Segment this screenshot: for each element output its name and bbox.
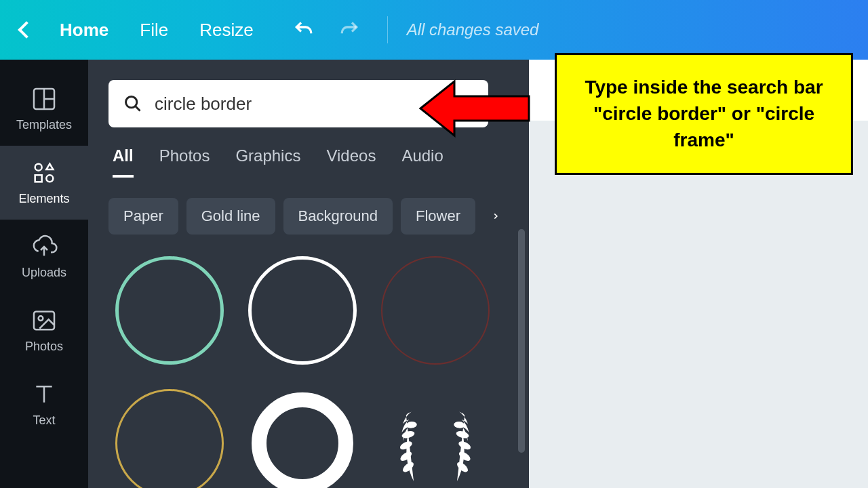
chip-paper[interactable]: Paper — [108, 198, 178, 235]
result-circle-gold[interactable] — [108, 382, 231, 488]
annotation-callout: Type inside the search bar "circle borde… — [555, 53, 853, 175]
top-navigation: Home File Resize All changes saved — [0, 0, 868, 60]
result-circle-thick-white[interactable] — [241, 382, 363, 488]
wreath-icon — [381, 389, 490, 488]
undo-icon[interactable] — [293, 19, 315, 41]
file-menu[interactable]: File — [127, 14, 180, 46]
sidebar-label: Elements — [18, 192, 69, 206]
uploads-icon — [31, 233, 58, 260]
svg-marker-20 — [420, 81, 529, 136]
svg-point-5 — [46, 175, 53, 182]
text-icon — [31, 381, 58, 408]
suggestion-chips: Paper Gold line Background Flower — [108, 198, 515, 235]
tab-all[interactable]: All — [113, 146, 134, 178]
results-grid — [108, 249, 515, 488]
chevron-right-icon — [491, 211, 500, 221]
home-link[interactable]: Home — [47, 14, 121, 46]
filter-tabs: All Photos Graphics Videos Audio — [108, 146, 515, 178]
sidebar: Templates Elements Uploads — [0, 60, 88, 488]
sidebar-item-text[interactable]: Text — [0, 367, 88, 441]
svg-point-8 — [126, 97, 137, 108]
chip-background[interactable]: Background — [283, 198, 393, 235]
tab-photos[interactable]: Photos — [159, 146, 210, 178]
svg-point-7 — [39, 316, 43, 321]
save-status: All changes saved — [407, 20, 539, 39]
resize-menu[interactable]: Resize — [187, 14, 265, 46]
result-circle-red[interactable] — [374, 249, 496, 371]
svg-point-3 — [35, 164, 42, 171]
callout-text: Type inside the search bar "circle borde… — [585, 77, 823, 150]
svg-point-12 — [399, 440, 413, 451]
chip-gold-line[interactable]: Gold line — [186, 198, 275, 235]
sidebar-label: Text — [33, 413, 55, 428]
tab-audio[interactable]: Audio — [401, 146, 443, 178]
tab-videos[interactable]: Videos — [326, 146, 376, 178]
back-chevron-icon[interactable] — [18, 21, 35, 38]
chips-scroll-right[interactable] — [484, 204, 508, 228]
sidebar-label: Templates — [16, 118, 72, 132]
redo-icon[interactable] — [338, 19, 360, 41]
panel-scrollbar[interactable] — [518, 229, 525, 453]
svg-rect-4 — [35, 175, 42, 182]
sidebar-item-photos[interactable]: Photos — [0, 293, 88, 367]
svg-line-9 — [136, 106, 140, 111]
svg-rect-6 — [34, 312, 54, 330]
sidebar-item-uploads[interactable]: Uploads — [0, 220, 88, 293]
search-icon — [123, 94, 142, 113]
sidebar-label: Uploads — [22, 266, 66, 280]
photos-icon — [31, 307, 58, 334]
result-laurel-wreath[interactable] — [374, 382, 496, 488]
sidebar-item-templates[interactable]: Templates — [0, 72, 88, 146]
sidebar-label: Photos — [25, 340, 63, 354]
sidebar-item-elements[interactable]: Elements — [0, 146, 88, 220]
divider — [387, 16, 388, 43]
templates-icon — [31, 85, 58, 113]
annotation-arrow-icon — [414, 75, 536, 142]
elements-icon — [31, 159, 58, 186]
svg-point-17 — [457, 440, 471, 451]
tab-graphics[interactable]: Graphics — [235, 146, 300, 178]
result-circle-white[interactable] — [241, 249, 363, 371]
chip-flower[interactable]: Flower — [401, 198, 475, 235]
result-circle-mint[interactable] — [108, 249, 231, 371]
